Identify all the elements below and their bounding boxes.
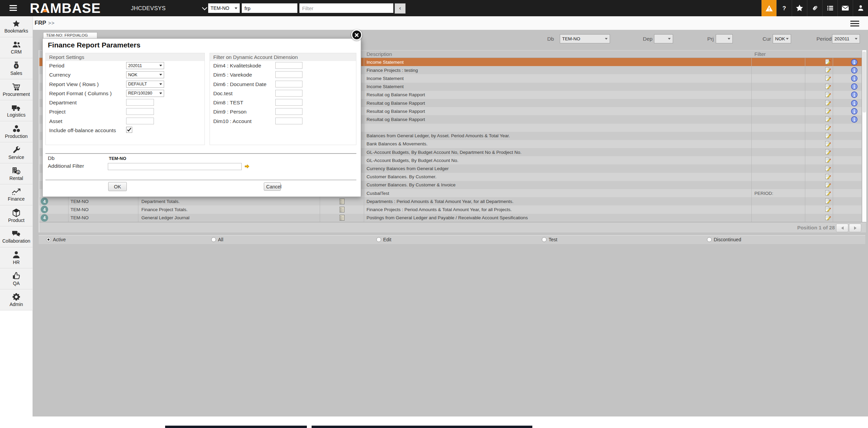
dialog-tab[interactable]: TEM-NO: FRPDIALOG bbox=[43, 32, 97, 39]
sidebar-item-procurement[interactable]: Procurement bbox=[0, 79, 33, 100]
project-field[interactable] bbox=[126, 108, 154, 115]
cancel-button[interactable]: Cancel bbox=[264, 182, 281, 191]
filter-helper-arrow-icon[interactable] bbox=[244, 164, 250, 170]
sidebar-item-qa[interactable]: QA bbox=[0, 268, 33, 289]
edit-icon[interactable] bbox=[825, 75, 831, 81]
sidebar-item-bookmarks[interactable]: Bookmarks bbox=[0, 16, 33, 37]
table-scrollbar[interactable] bbox=[862, 50, 866, 222]
status-radio-active[interactable]: Active bbox=[46, 237, 66, 242]
ok-button[interactable]: OK bbox=[108, 182, 127, 191]
sidebar-item-sales[interactable]: $Sales bbox=[0, 58, 33, 79]
cur-select[interactable]: NOK bbox=[773, 34, 791, 43]
dimension-filter-field[interactable] bbox=[275, 118, 302, 124]
edit-icon[interactable] bbox=[825, 133, 831, 139]
collapse-button[interactable]: ‹ bbox=[395, 3, 406, 14]
sidebar-item-hr[interactable]: HR bbox=[0, 247, 33, 268]
info-icon[interactable] bbox=[851, 83, 857, 90]
dimension-filter-field[interactable] bbox=[275, 62, 302, 69]
currency-select[interactable]: NOK bbox=[126, 71, 164, 78]
system-name[interactable]: JHCDEVSYS bbox=[131, 0, 166, 16]
sidebar-item-collaboration[interactable]: Collaboration bbox=[0, 226, 33, 247]
topbar-mail-button[interactable] bbox=[837, 0, 853, 16]
info-icon[interactable] bbox=[851, 75, 857, 82]
department-field[interactable] bbox=[126, 99, 154, 106]
additional-filter-input[interactable] bbox=[108, 163, 242, 170]
db-select[interactable]: TEM-NO bbox=[560, 34, 610, 43]
edit-icon[interactable] bbox=[825, 149, 831, 155]
topbar-paperclip-button[interactable] bbox=[807, 0, 822, 16]
dimension-filter-field[interactable] bbox=[275, 108, 302, 115]
topbar-star-button[interactable] bbox=[792, 0, 807, 16]
table-row[interactable]: 4TEM-NOGeneral Ledger JournalPostings fr… bbox=[39, 214, 866, 222]
menu-icon[interactable] bbox=[9, 5, 18, 11]
edit-icon[interactable] bbox=[825, 182, 831, 188]
sidebar-item-production[interactable]: Production bbox=[0, 121, 33, 142]
period-select[interactable]: 202011 bbox=[126, 62, 164, 69]
context-menu-icon[interactable] bbox=[850, 21, 859, 28]
period-select[interactable]: 202011 bbox=[832, 34, 860, 43]
sidebar-item-crm[interactable]: CRM bbox=[0, 37, 33, 58]
asset-field[interactable] bbox=[126, 118, 154, 124]
sidebar-item-finance[interactable]: Finance bbox=[0, 184, 33, 205]
edit-icon[interactable] bbox=[825, 141, 831, 147]
table-row[interactable]: 4TEM-NOFinance Project Totals.Finance Pr… bbox=[39, 205, 866, 213]
previous-page-button[interactable] bbox=[836, 224, 848, 232]
edit-icon[interactable] bbox=[825, 206, 831, 212]
rambase-logo[interactable]: RAMBASE bbox=[30, 0, 101, 16]
info-icon[interactable] bbox=[851, 67, 857, 74]
chevron-down-icon[interactable] bbox=[202, 5, 208, 11]
sidebar-item-service[interactable]: Service bbox=[0, 142, 33, 163]
edit-icon[interactable] bbox=[825, 166, 831, 172]
topbar-help-button[interactable]: ? bbox=[776, 0, 792, 16]
status-radio-discontinued[interactable]: Discontinued bbox=[707, 237, 741, 242]
info-icon[interactable] bbox=[851, 100, 857, 106]
edit-icon[interactable] bbox=[825, 108, 831, 114]
edit-icon[interactable] bbox=[825, 84, 831, 90]
edit-icon[interactable] bbox=[825, 67, 831, 73]
prj-select[interactable] bbox=[716, 34, 733, 43]
edit-icon[interactable] bbox=[825, 59, 831, 65]
program-search-input[interactable] bbox=[242, 3, 297, 13]
grid-icon[interactable] bbox=[339, 206, 346, 213]
dimension-filter-field[interactable] bbox=[275, 81, 302, 87]
sidebar-item-rental[interactable]: $Rental bbox=[0, 163, 33, 184]
dimension-filter-field[interactable] bbox=[275, 90, 302, 97]
topbar-alert-button[interactable] bbox=[761, 0, 776, 16]
edit-icon[interactable] bbox=[825, 100, 831, 106]
scrollbar-thumb[interactable] bbox=[863, 52, 866, 113]
edit-icon[interactable] bbox=[825, 92, 831, 98]
grid-icon[interactable] bbox=[339, 198, 346, 205]
info-icon[interactable] bbox=[851, 91, 857, 98]
dimension-filter-field[interactable] bbox=[275, 99, 302, 106]
info-icon[interactable] bbox=[851, 59, 857, 65]
topbar-user-button[interactable] bbox=[853, 0, 868, 16]
dialog-close-button[interactable] bbox=[351, 29, 362, 40]
filter-input[interactable] bbox=[299, 3, 393, 13]
report-select[interactable]: REP/100280 bbox=[126, 90, 164, 97]
table-row[interactable]: 4TEM-NODepartment Totals.Departments : P… bbox=[39, 197, 866, 205]
sidebar-item-logistics[interactable]: Logistics bbox=[0, 100, 33, 121]
status-radio-edit[interactable]: Edit bbox=[376, 237, 391, 242]
next-page-button[interactable] bbox=[849, 224, 861, 232]
dimension-filter-field[interactable] bbox=[275, 71, 302, 78]
topbar-list-button[interactable] bbox=[822, 0, 837, 16]
edit-icon[interactable] bbox=[825, 198, 831, 204]
edit-icon[interactable] bbox=[825, 215, 831, 221]
edit-icon[interactable] bbox=[825, 190, 831, 196]
dep-select[interactable] bbox=[654, 34, 673, 43]
target-db-select[interactable]: TEM-NO bbox=[208, 3, 240, 13]
info-icon[interactable] bbox=[851, 116, 857, 123]
status-radio-all[interactable]: All bbox=[211, 237, 223, 242]
edit-icon[interactable] bbox=[825, 174, 831, 180]
report-select[interactable]: DEFAULT bbox=[126, 81, 164, 88]
include-off-balance-checkbox[interactable] bbox=[126, 127, 132, 133]
info-icon[interactable] bbox=[851, 108, 857, 115]
edit-icon[interactable] bbox=[825, 157, 831, 163]
breadcrumb[interactable]: FRP bbox=[35, 20, 46, 26]
status-radio-test[interactable]: Test bbox=[542, 237, 557, 242]
sidebar-item-product[interactable]: Product bbox=[0, 205, 33, 226]
sidebar-item-admin[interactable]: Admin bbox=[0, 289, 33, 310]
edit-icon[interactable] bbox=[825, 125, 831, 131]
grid-icon[interactable] bbox=[339, 215, 346, 221]
edit-icon[interactable] bbox=[825, 116, 831, 122]
